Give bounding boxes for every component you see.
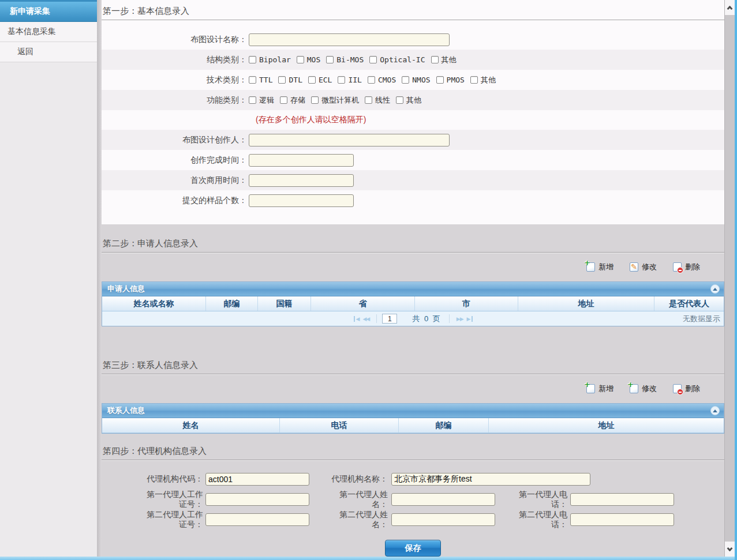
agency-code-input[interactable] <box>205 473 309 486</box>
checkbox-icon[interactable] <box>431 56 439 63</box>
column-city[interactable]: 市 <box>415 296 518 311</box>
pager-prev-icon[interactable]: ◀◀ <box>362 316 369 322</box>
column-name[interactable]: 姓名或名称 <box>102 296 206 311</box>
function-option-logic[interactable]: 逻辑 <box>249 95 274 106</box>
tech-option-nmos[interactable]: NMOS <box>402 76 430 84</box>
function-type-row: 功能类别： 逻辑 存储 微型计算机 线性 其他 <box>102 90 724 110</box>
agent2-phone-input[interactable] <box>570 513 674 526</box>
save-button[interactable]: 保存 <box>385 540 441 557</box>
tech-option-ttl[interactable]: TTL <box>249 76 272 84</box>
checkbox-icon[interactable] <box>280 96 287 104</box>
pager-next-icon[interactable]: ▶▶ <box>457 316 463 322</box>
column-name[interactable]: 姓名 <box>102 418 280 433</box>
agency-name-label: 代理机构名称： <box>330 474 388 484</box>
creator-input[interactable] <box>249 134 450 146</box>
checkbox-icon[interactable] <box>365 96 372 104</box>
first-commercial-input[interactable] <box>249 174 354 187</box>
checkbox-icon[interactable] <box>278 76 286 84</box>
contact-add-button[interactable]: 新增 <box>586 384 613 394</box>
column-province[interactable]: 省 <box>311 296 415 311</box>
scroll-down-button[interactable] <box>725 542 735 557</box>
checkbox-icon[interactable] <box>249 96 256 104</box>
complete-time-input[interactable] <box>249 154 354 167</box>
checkbox-icon[interactable] <box>402 76 409 84</box>
tech-option-iil[interactable]: IIL <box>338 76 361 84</box>
checkbox-icon[interactable] <box>249 76 256 84</box>
complete-time-label: 创作完成时间： <box>102 155 247 166</box>
agent2-id-label: 第二代理人工作证号： <box>102 510 203 529</box>
agent1-phone-input[interactable] <box>570 493 674 506</box>
structure-option-opticalic[interactable]: Optical-IC <box>369 55 425 64</box>
column-address[interactable]: 地址 <box>518 296 654 311</box>
collapse-icon[interactable] <box>710 284 720 294</box>
contact-delete-button[interactable]: 删除 <box>673 384 700 394</box>
vertical-scrollbar[interactable] <box>724 0 735 557</box>
scroll-up-button[interactable] <box>725 0 735 15</box>
contact-panel: 联系人信息 姓名 电话 邮编 地址 <box>102 403 724 434</box>
function-option-other[interactable]: 其他 <box>396 95 421 106</box>
checkbox-icon[interactable] <box>308 76 316 84</box>
structure-option-bipolar[interactable]: Bipolar <box>249 55 291 64</box>
agency-name-input[interactable] <box>391 473 590 486</box>
sidebar-item-back[interactable]: 返回 <box>0 42 97 62</box>
checkbox-icon[interactable] <box>326 56 334 63</box>
tech-option-pmos[interactable]: PMOS <box>436 76 465 84</box>
pager-first-icon[interactable]: ◀ <box>354 316 360 322</box>
pager-page-input[interactable]: 1 <box>382 314 397 324</box>
function-option-linear[interactable]: 线性 <box>365 95 390 106</box>
structure-option-mos[interactable]: MOS <box>297 55 320 64</box>
agent2-id-input[interactable] <box>205 513 309 526</box>
sample-count-label: 提交的样品个数： <box>102 196 247 206</box>
collapse-icon[interactable] <box>710 406 720 415</box>
column-phone[interactable]: 电话 <box>280 418 399 433</box>
agent2-name-input[interactable] <box>391 513 495 526</box>
structure-option-bimos[interactable]: Bi-MOS <box>326 55 364 64</box>
chevron-down-icon <box>727 546 733 551</box>
tech-option-ecl[interactable]: ECL <box>308 76 332 84</box>
function-option-storage[interactable]: 存储 <box>280 95 305 106</box>
checkbox-icon[interactable] <box>338 76 345 84</box>
tech-option-dtl[interactable]: DTL <box>278 76 302 84</box>
agent1-name-input[interactable] <box>391 493 495 506</box>
sidebar-item-label: 新申请采集 <box>10 6 50 17</box>
agency-form: 代理机构代码： 代理机构名称： 第一代理人工作证号： 第一代理人姓名： 第一代理… <box>102 460 724 557</box>
column-postcode[interactable]: 邮编 <box>399 418 489 433</box>
agency-row-2: 第一代理人工作证号： 第一代理人姓名： 第一代理人电话： <box>102 489 724 509</box>
checkbox-icon[interactable] <box>249 56 256 63</box>
agent1-id-input[interactable] <box>205 493 309 506</box>
tech-option-cmos[interactable]: CMOS <box>368 76 396 84</box>
checkbox-icon[interactable] <box>470 76 478 84</box>
structure-option-other[interactable]: 其他 <box>431 55 457 65</box>
sidebar-item-label: 基本信息采集 <box>8 27 56 37</box>
checkbox-icon[interactable] <box>396 96 403 104</box>
applicant-delete-button[interactable]: 删除 <box>673 262 700 272</box>
column-nationality[interactable]: 国籍 <box>258 296 311 311</box>
function-option-microcomputer[interactable]: 微型计算机 <box>311 95 359 106</box>
agency-row-3: 第二代理人工作证号： 第二代理人姓名： 第二代理人电话： <box>102 509 724 529</box>
add-page-icon <box>630 384 638 393</box>
column-is-representative[interactable]: 是否代表人 <box>654 296 724 311</box>
checkbox-icon[interactable] <box>436 76 444 84</box>
checkbox-icon[interactable] <box>369 56 377 63</box>
checkbox-icon[interactable] <box>297 56 304 63</box>
applicant-add-button[interactable]: 新增 <box>586 262 613 272</box>
step2-title: 第二步：申请人信息录入 <box>102 235 724 253</box>
checkbox-icon[interactable] <box>311 96 319 104</box>
sidebar-item-new-application[interactable]: 新申请采集 <box>0 2 97 22</box>
window-bottom-border <box>0 557 735 560</box>
applicant-edit-button[interactable]: 修改 <box>630 262 657 272</box>
contact-edit-button[interactable]: 修改 <box>630 384 657 394</box>
creator-row: 布图设计创作人： <box>102 130 724 150</box>
complete-time-row: 创作完成时间： <box>102 150 724 170</box>
agent2-phone-label: 第二代理人电话： <box>495 510 567 529</box>
sample-count-input[interactable] <box>249 194 354 207</box>
column-address[interactable]: 地址 <box>489 418 724 433</box>
tech-option-other[interactable]: 其他 <box>470 75 496 85</box>
column-postcode[interactable]: 邮编 <box>206 296 258 311</box>
sidebar-item-basic-info[interactable]: 基本信息采集 <box>0 22 97 42</box>
scrollbar-track[interactable] <box>725 15 735 542</box>
design-name-input[interactable] <box>249 33 450 46</box>
contact-panel-header: 联系人信息 <box>102 404 724 418</box>
checkbox-icon[interactable] <box>368 76 375 84</box>
pager-last-icon[interactable]: ▶ <box>467 316 473 322</box>
